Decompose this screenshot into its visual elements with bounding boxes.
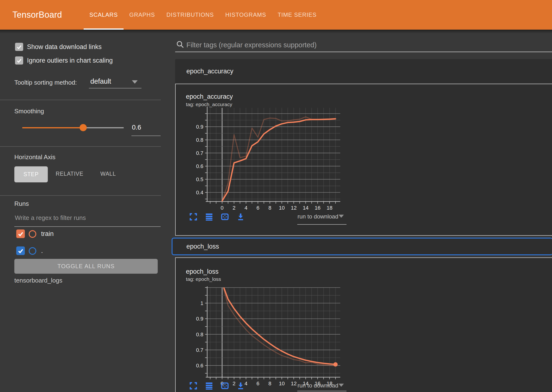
run-color-swatch (29, 247, 36, 255)
tooltip-sorting-select[interactable]: default (90, 77, 111, 85)
smoothing-slider-fill (22, 127, 83, 128)
tensorboard-app: TensorBoard SCALARSGRAPHSDISTRIBUTIONSHI… (0, 0, 552, 392)
svg-text:2: 2 (233, 380, 235, 386)
tab-distributions[interactable]: DISTRIBUTIONS (161, 0, 219, 30)
header-shadow (0, 30, 552, 34)
search-icon (176, 40, 185, 49)
ignore-outliers-checkbox[interactable] (15, 56, 23, 64)
smoothing-slider[interactable] (22, 127, 124, 128)
svg-text:0.4: 0.4 (196, 189, 203, 196)
svg-text:1: 1 (200, 300, 203, 306)
tab-bar: SCALARSGRAPHSDISTRIBUTIONSHISTOGRAMSTIME… (84, 0, 322, 30)
axis-wall-button[interactable]: WALL (100, 171, 116, 177)
run-label: train (41, 230, 54, 238)
run-to-download-underline (297, 391, 346, 391)
horizontal-axis-label: Horizontal Axis (14, 154, 55, 161)
show-download-links-label: Show data download links (27, 43, 102, 51)
runs-filter-underline (14, 226, 161, 227)
run-label: . (41, 247, 43, 255)
svg-text:0.5: 0.5 (196, 176, 203, 182)
tag-group-header-epoch-loss[interactable]: epoch_loss (172, 238, 552, 255)
fit-domain-icon[interactable] (221, 382, 229, 390)
smoothing-slider-thumb[interactable] (80, 124, 87, 131)
chevron-down-icon[interactable] (132, 80, 138, 84)
tooltip-sorting-label: Tooltip sorting method: (14, 79, 77, 86)
tag-group-body-epoch-loss: epoch_loss tag: epoch_loss 0246810121416… (175, 257, 552, 392)
svg-text:2: 2 (233, 205, 235, 211)
app-header: TensorBoard SCALARSGRAPHSDISTRIBUTIONSHI… (0, 0, 552, 30)
chart-title: epoch_loss (186, 268, 219, 275)
loss-line-chart[interactable]: 0246810121416180.60.70.80.91 (192, 286, 354, 392)
filter-tags-input[interactable] (186, 39, 533, 51)
ignore-outliers-label: Ignore outliers in chart scaling (27, 57, 113, 64)
run-row-dot: . (0, 246, 163, 256)
divider (0, 146, 161, 147)
chevron-down-icon[interactable] (339, 215, 344, 218)
log-directory-label: tensorboard_logs (14, 277, 62, 284)
toggle-all-runs-button[interactable]: TOGGLE ALL RUNS (14, 259, 158, 274)
filter-tags-underline (175, 52, 552, 52)
svg-text:0.7: 0.7 (196, 347, 203, 353)
tab-graphs[interactable]: GRAPHS (124, 0, 161, 30)
svg-text:4: 4 (244, 380, 247, 386)
smoothing-value[interactable]: 0.6 (132, 124, 141, 131)
run-dot-checkbox[interactable] (16, 246, 25, 255)
run-color-swatch (29, 230, 36, 238)
svg-text:18: 18 (327, 205, 332, 211)
svg-text:16: 16 (315, 205, 320, 211)
accuracy-line-chart[interactable]: 0246810121416180.40.50.60.70.80.9 (192, 106, 354, 214)
chart-title: epoch_accuracy (186, 93, 233, 100)
chevron-down-icon[interactable] (339, 384, 344, 387)
fit-domain-icon[interactable] (221, 213, 229, 221)
svg-text:0.6: 0.6 (196, 363, 203, 369)
run-train-checkbox[interactable] (16, 230, 25, 238)
fullscreen-icon[interactable] (189, 382, 197, 390)
tag-group-body-epoch-accuracy: epoch_accuracy tag: epoch_accuracy 02468… (175, 84, 552, 236)
run-to-download-select[interactable]: run to download (297, 382, 338, 389)
svg-text:0.8: 0.8 (196, 331, 203, 337)
run-to-download-underline (297, 224, 346, 225)
show-download-links-checkbox[interactable] (15, 43, 23, 51)
svg-text:4: 4 (244, 205, 247, 211)
svg-text:12: 12 (291, 380, 297, 386)
tooltip-sorting-underline (89, 88, 141, 88)
svg-text:0: 0 (221, 205, 223, 211)
app-title: TensorBoard (13, 0, 62, 30)
svg-text:10: 10 (279, 380, 285, 386)
svg-text:6: 6 (256, 205, 259, 211)
divider (0, 195, 161, 196)
log-scale-icon[interactable] (205, 382, 213, 390)
runs-label: Runs (14, 200, 29, 208)
runs-filter-input[interactable] (14, 214, 159, 222)
svg-text:0.8: 0.8 (196, 137, 203, 143)
svg-text:0.9: 0.9 (196, 316, 203, 322)
svg-text:12: 12 (291, 205, 297, 211)
svg-text:0.7: 0.7 (196, 150, 203, 156)
svg-text:6: 6 (256, 380, 259, 386)
tag-group-header-epoch-accuracy[interactable]: epoch_accuracy (175, 59, 552, 84)
download-icon[interactable] (237, 382, 245, 390)
divider (0, 100, 161, 100)
log-scale-icon[interactable] (205, 213, 213, 221)
axis-step-button[interactable]: STEP (14, 166, 48, 182)
tab-scalars[interactable]: SCALARS (84, 0, 124, 30)
svg-text:0.6: 0.6 (196, 163, 203, 169)
chart-tag-subtitle: tag: epoch_loss (186, 276, 221, 282)
tag-group-title: epoch_loss (186, 238, 552, 254)
svg-text:0.9: 0.9 (196, 124, 203, 130)
axis-relative-button[interactable]: RELATIVE (56, 171, 83, 177)
svg-text:14: 14 (303, 205, 309, 211)
svg-text:10: 10 (279, 205, 285, 211)
smoothing-value-underline (131, 135, 161, 136)
tag-group-title: epoch_accuracy (186, 59, 552, 84)
tab-time-series[interactable]: TIME SERIES (272, 0, 322, 30)
smoothing-label: Smoothing (14, 108, 44, 115)
fullscreen-icon[interactable] (189, 213, 197, 221)
svg-text:8: 8 (268, 205, 271, 211)
download-icon[interactable] (237, 213, 245, 221)
run-to-download-select[interactable]: run to download (297, 213, 338, 220)
run-row-train: train (0, 230, 163, 239)
tab-histograms[interactable]: HISTOGRAMS (220, 0, 272, 30)
svg-text:8: 8 (268, 380, 271, 386)
